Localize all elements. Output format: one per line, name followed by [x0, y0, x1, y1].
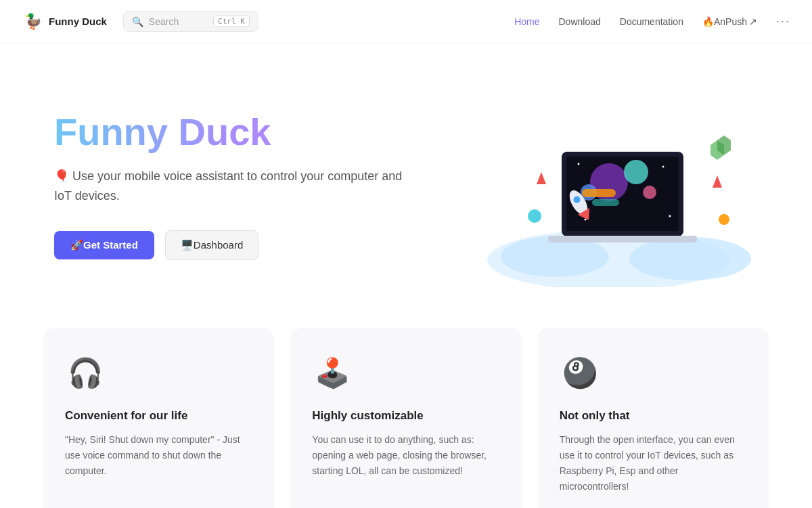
nav-anpush[interactable]: 🔥AnPush ↗ — [702, 16, 757, 27]
hero-emoji: 🎈 — [54, 169, 69, 183]
nav-anpush-label: 🔥AnPush — [702, 16, 747, 27]
nav-download[interactable]: Download — [559, 16, 601, 27]
search-shortcut: Ctrl K — [213, 16, 250, 27]
get-started-button[interactable]: 🚀Get Started — [54, 231, 154, 259]
search-bar[interactable]: 🔍 Search Ctrl K — [123, 11, 258, 32]
navbar-right: Home Download Documentation 🔥AnPush ↗ ··… — [514, 14, 790, 28]
hero-buttons: 🚀Get Started 🖥️Dashboard — [54, 230, 406, 260]
svg-point-10 — [662, 166, 664, 168]
navbar: 🦆 Funny Duck 🔍 Search Ctrl K Home Downlo… — [0, 0, 812, 43]
card-1-desc: You can use it to do anything, such as: … — [312, 432, 499, 479]
dashboard-button[interactable]: 🖥️Dashboard — [165, 230, 258, 260]
card-1-icon: 🕹️ — [312, 352, 353, 393]
svg-marker-17 — [537, 172, 546, 184]
nav-external-icon: ↗ — [749, 16, 757, 27]
hero-title: Funny Duck — [54, 111, 406, 153]
brand[interactable]: 🦆 Funny Duck — [22, 11, 107, 33]
svg-point-8 — [643, 186, 656, 199]
svg-point-12 — [669, 215, 671, 217]
cards-grid: 🎧 Convenient for our life "Hey, Siri! Sh… — [43, 328, 769, 508]
cards-section: 🎧 Convenient for our life "Hey, Siri! Sh… — [0, 328, 812, 508]
card-0-title: Convenient for our life — [65, 409, 252, 423]
svg-point-9 — [578, 163, 580, 165]
hero-description: 🎈 Use your mobile voice assistant to con… — [54, 167, 406, 206]
search-placeholder: Search — [149, 16, 208, 27]
card-2-desc: Through the open interface, you can even… — [560, 432, 747, 494]
navbar-left: 🦆 Funny Duck 🔍 Search Ctrl K — [22, 11, 258, 33]
svg-rect-24 — [592, 199, 619, 206]
card-1-title: Highly customizable — [312, 409, 499, 423]
svg-point-2 — [629, 237, 751, 280]
card-0: 🎧 Convenient for our life "Hey, Siri! Sh… — [43, 328, 274, 508]
brand-name: Funny Duck — [49, 16, 107, 27]
card-0-icon: 🎧 — [65, 352, 106, 393]
svg-marker-18 — [713, 175, 722, 188]
svg-rect-23 — [582, 189, 616, 197]
svg-rect-13 — [548, 236, 697, 242]
nav-documentation[interactable]: Documentation — [620, 16, 683, 27]
hero-content: Funny Duck 🎈 Use your mobile voice assis… — [54, 111, 406, 259]
card-2-title: Not only that — [560, 409, 747, 423]
nav-home[interactable]: Home — [514, 16, 539, 27]
svg-point-22 — [528, 209, 541, 223]
card-0-desc: "Hey, Siri! Shut down my computer" - Jus… — [65, 432, 252, 479]
nav-more-button[interactable]: ··· — [776, 14, 790, 28]
hero-section: Funny Duck 🎈 Use your mobile voice assis… — [0, 43, 812, 328]
search-icon: 🔍 — [132, 16, 143, 27]
svg-point-19 — [719, 214, 729, 225]
svg-point-6 — [624, 160, 648, 184]
brand-logo-icon: 🦆 — [22, 11, 43, 33]
hero-illustration — [474, 84, 758, 287]
card-2-icon: 🎱 — [560, 352, 600, 393]
card-2: 🎱 Not only that Through the open interfa… — [538, 328, 769, 508]
card-1: 🕹️ Highly customizable You can use it to… — [290, 328, 521, 508]
